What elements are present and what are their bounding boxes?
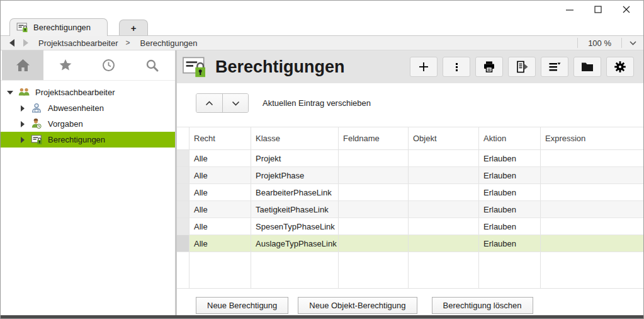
table-cell[interactable]: Erlauben [479, 218, 541, 235]
table-cell[interactable] [409, 235, 479, 252]
table-cell[interactable] [409, 167, 479, 183]
row-selector[interactable] [177, 150, 189, 166]
row-selector[interactable] [177, 218, 189, 235]
table-row[interactable]: AlleTaetigkeitPhaseLinkErlauben [177, 201, 643, 218]
table-cell[interactable]: BearbeiterPhaseLink [251, 184, 339, 200]
table-row[interactable]: AlleBearbeiterPhaseLinkErlauben [177, 184, 643, 201]
table-cell[interactable] [339, 167, 409, 183]
table-cell[interactable] [409, 184, 479, 200]
table-cell[interactable]: Alle [189, 201, 251, 218]
forward-arrow-icon[interactable] [23, 39, 28, 47]
more-button[interactable] [443, 57, 470, 77]
table-cell[interactable] [541, 201, 643, 218]
table-cell[interactable]: Projekt [251, 150, 339, 166]
table-cell[interactable] [339, 218, 409, 235]
table-cell[interactable]: TaetigkeitPhaseLink [251, 201, 339, 218]
folder-button[interactable] [573, 57, 601, 77]
table-cell[interactable]: Alle [189, 150, 251, 166]
page-title: Berechtigungen [215, 57, 345, 77]
expand-arrow-icon[interactable] [20, 105, 25, 111]
sidebar-tab-search[interactable] [130, 50, 174, 80]
expand-arrow-icon[interactable] [7, 90, 13, 95]
table-cell[interactable]: Erlauben [479, 150, 541, 166]
list-button[interactable] [541, 57, 568, 77]
settings-button[interactable] [606, 57, 634, 77]
search-icon [145, 59, 159, 72]
table-cell[interactable] [541, 184, 643, 200]
table-cell[interactable] [541, 235, 643, 252]
table-cell[interactable]: Alle [189, 235, 251, 252]
table-cell[interactable]: SpesenTypPhaseLink [251, 218, 339, 235]
breadcrumb-separator: > [125, 38, 130, 47]
table-cell[interactable] [541, 218, 643, 235]
table-cell[interactable] [541, 150, 643, 166]
table-cell[interactable] [339, 184, 409, 200]
table-cell[interactable]: Erlauben [479, 184, 541, 200]
new-tab-button[interactable]: + [119, 20, 148, 35]
table-cell[interactable]: Alle [189, 167, 251, 183]
delete-permission-button[interactable]: Berechtigung löschen [432, 297, 533, 314]
table-cell[interactable]: Alle [189, 218, 251, 235]
table-cell[interactable] [409, 218, 479, 235]
minimize-button[interactable] [559, 3, 580, 16]
table-cell[interactable]: Alle [189, 184, 251, 200]
tree-item-abwesenheiten[interactable]: Abwesenheiten [1, 100, 175, 116]
column-header[interactable]: Recht [189, 127, 251, 149]
tree-item-label: Projektsachbearbeiter [35, 88, 115, 97]
breadcrumb-item[interactable]: Projektsachbearbeiter [38, 38, 118, 48]
table-row[interactable]: AlleAuslageTypPhaseLinkErlauben [177, 235, 643, 252]
table-cell[interactable] [339, 150, 409, 166]
chevron-down-icon [231, 100, 240, 107]
table-cell[interactable] [409, 201, 479, 218]
sidebar-tab-history[interactable] [87, 50, 130, 80]
tree-item-projektsachbearbeiter[interactable]: Projektsachbearbeiter [1, 84, 175, 100]
column-header[interactable]: Objekt [409, 127, 479, 149]
column-header[interactable]: Klasse [251, 127, 339, 149]
table-cell[interactable] [339, 201, 409, 218]
expand-arrow-icon[interactable] [20, 121, 25, 127]
table-cell[interactable]: ProjektPhase [251, 167, 339, 183]
table-cell[interactable] [541, 167, 643, 183]
column-header[interactable]: Feldname [339, 127, 409, 149]
print-button[interactable] [475, 57, 503, 77]
move-down-button[interactable] [222, 94, 248, 112]
plus-icon [418, 61, 429, 72]
zoom-level[interactable]: 100 % [578, 38, 621, 48]
document-forward-icon [516, 61, 528, 73]
table-cell[interactable] [409, 150, 479, 166]
maximize-button[interactable] [587, 3, 609, 16]
row-selector[interactable] [177, 235, 189, 252]
navigation-tree: Projektsachbearbeiter Abwesenheiten [1, 84, 175, 148]
tree-item-vorgaben[interactable]: Vorgaben [1, 116, 175, 132]
table-cell[interactable]: AuslageTypPhaseLink [251, 235, 339, 252]
table-cell[interactable]: Erlauben [479, 235, 541, 252]
group-icon [18, 86, 30, 98]
tab-berechtigungen[interactable]: Berechtigungen [9, 18, 108, 36]
back-arrow-icon[interactable] [9, 39, 14, 47]
table-cell[interactable]: Erlauben [479, 167, 541, 183]
breadcrumb-item[interactable]: Berechtigungen [140, 38, 197, 48]
zoom-dropdown-button[interactable] [622, 40, 643, 46]
report-button[interactable] [508, 57, 536, 77]
move-up-button[interactable] [196, 94, 222, 112]
close-button[interactable] [616, 3, 637, 16]
clock-icon [102, 59, 115, 72]
expand-arrow-icon[interactable] [20, 137, 25, 142]
column-header[interactable]: Aktion [479, 127, 541, 149]
table-row[interactable]: AlleProjektErlauben [177, 150, 643, 167]
sidebar-tab-favorites[interactable] [43, 50, 87, 80]
new-permission-button[interactable]: Neue Berechtigung [196, 297, 288, 314]
row-selector[interactable] [177, 184, 189, 200]
table-header: Recht Klasse Feldname Objekt Aktion Expr… [177, 127, 643, 150]
add-button[interactable] [410, 57, 438, 77]
new-object-permission-button[interactable]: Neue Objekt-Berechtigung [298, 297, 417, 314]
table-cell[interactable]: Erlauben [479, 201, 541, 218]
row-selector[interactable] [177, 167, 189, 183]
table-cell[interactable] [339, 235, 409, 252]
column-header[interactable]: Expression [541, 127, 643, 149]
sidebar-tab-home[interactable] [2, 50, 43, 80]
table-row[interactable]: AlleProjektPhaseErlauben [177, 167, 643, 184]
row-selector[interactable] [177, 201, 189, 218]
table-row[interactable]: AlleSpesenTypPhaseLinkErlauben [177, 218, 643, 235]
tree-item-berechtigungen[interactable]: Berechtigungen [1, 132, 175, 148]
